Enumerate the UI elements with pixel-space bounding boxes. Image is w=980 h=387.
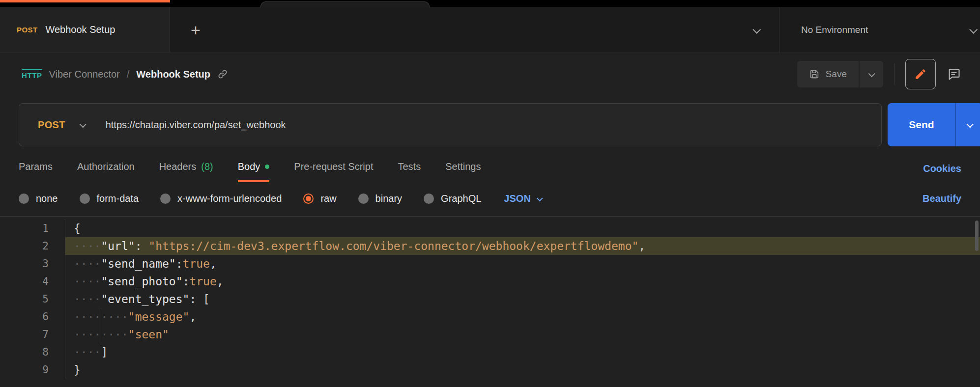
- code-content[interactable]: ····"event_types": [: [65, 290, 980, 308]
- line-number: 5: [0, 290, 49, 308]
- breadcrumb-separator: /: [127, 69, 130, 80]
- request-tabs-row: ParamsAuthorizationHeaders(8)BodyPre-req…: [0, 146, 980, 182]
- radio-icon: [160, 194, 171, 204]
- tab-pre-request-script[interactable]: Pre-request Script: [294, 161, 373, 182]
- language-selector[interactable]: JSON: [504, 193, 541, 204]
- code-content[interactable]: ····"send_name":true,: [65, 255, 980, 273]
- method-chevron-icon: [79, 121, 86, 128]
- line-number: 3: [0, 255, 49, 273]
- tab-settings[interactable]: Settings: [445, 161, 481, 182]
- comment-icon: [947, 67, 961, 81]
- request-body-editor[interactable]: 1{2····"url": "https://cim-dev3.expertfl…: [0, 216, 980, 385]
- breadcrumb-request-name[interactable]: Webhook Setup: [136, 69, 210, 80]
- copy-link-button[interactable]: [217, 69, 228, 80]
- tab-label: Tests: [398, 161, 421, 172]
- divider: [894, 63, 894, 85]
- mode-label: raw: [320, 193, 336, 204]
- tab-body[interactable]: Body: [238, 161, 270, 182]
- tab-label: Body: [238, 161, 260, 172]
- tab-label: Pre-request Script: [294, 161, 373, 172]
- mode-label: form-data: [97, 193, 139, 204]
- new-tab-button[interactable]: +: [191, 22, 201, 38]
- code-line-3[interactable]: 3····"send_name":true,: [0, 255, 980, 273]
- editor-scrollbar-thumb[interactable]: [975, 221, 979, 251]
- send-button[interactable]: Send: [888, 103, 955, 146]
- line-number: 8: [0, 343, 49, 361]
- breadcrumb-collection[interactable]: Viber Connector: [49, 69, 120, 80]
- save-label: Save: [826, 69, 847, 80]
- postman-app-window: POST Webhook Setup + No Environment HTTP…: [0, 0, 980, 387]
- window-top-strip: [0, 0, 980, 7]
- code-line-9[interactable]: 9}: [0, 361, 980, 379]
- method-label: POST: [38, 119, 65, 131]
- tab-label: Settings: [445, 161, 481, 172]
- mode-label: x-www-form-urlencoded: [177, 193, 282, 204]
- indent-guide: [101, 308, 101, 345]
- code-content[interactable]: ····"send_photo":true,: [65, 273, 980, 290]
- tab-overflow-chevron-icon[interactable]: [752, 25, 761, 33]
- line-number: 2: [0, 237, 49, 255]
- line-number: 7: [0, 326, 49, 343]
- code-line-4[interactable]: 4····"send_photo":true,: [0, 273, 980, 290]
- body-mode-none[interactable]: none: [19, 193, 58, 204]
- cookies-link[interactable]: Cookies: [923, 163, 961, 182]
- mode-label: binary: [375, 193, 402, 204]
- code-content[interactable]: ····]: [65, 343, 980, 361]
- pencil-icon: [914, 68, 927, 81]
- url-input[interactable]: [102, 119, 881, 131]
- body-mode-binary[interactable]: binary: [358, 193, 402, 204]
- code-line-7[interactable]: 7········"seen": [0, 326, 980, 343]
- active-tab-accent: [0, 0, 170, 2]
- code-line-5[interactable]: 5····"event_types": [: [0, 290, 980, 308]
- send-options-chevron-icon: [966, 121, 973, 128]
- body-mode-row: noneform-datax-www-form-urlencodedrawbin…: [0, 182, 980, 216]
- line-number: 1: [0, 220, 49, 237]
- window-notch: [260, 1, 430, 7]
- http-protocol-icon: HTTP: [22, 69, 42, 80]
- environment-selector[interactable]: No Environment: [779, 7, 980, 53]
- environment-chevron-icon: [969, 25, 978, 33]
- send-options-button[interactable]: [955, 103, 980, 146]
- tab-params[interactable]: Params: [19, 161, 53, 182]
- body-mode-raw[interactable]: raw: [303, 193, 336, 204]
- code-content[interactable]: }: [65, 361, 980, 379]
- documentation-button[interactable]: [905, 59, 936, 89]
- save-options-button[interactable]: [860, 61, 883, 87]
- code-content[interactable]: ········"message",: [65, 308, 980, 326]
- environment-label: No Environment: [801, 25, 868, 35]
- method-selector[interactable]: POST: [19, 119, 102, 131]
- body-modified-dot-icon: [265, 165, 269, 169]
- line-number: 6: [0, 308, 49, 326]
- request-tab-webhook-setup[interactable]: POST Webhook Setup: [0, 7, 170, 53]
- comments-button[interactable]: [940, 60, 968, 88]
- request-bar: POST Send: [19, 103, 980, 146]
- code-lines: 1{2····"url": "https://cim-dev3.expertfl…: [0, 220, 980, 379]
- code-line-1[interactable]: 1{: [0, 220, 980, 237]
- save-button[interactable]: Save: [797, 61, 859, 87]
- request-tabs: ParamsAuthorizationHeaders(8)BodyPre-req…: [19, 161, 481, 182]
- radio-icon: [19, 194, 29, 204]
- beautify-link[interactable]: Beautify: [922, 193, 961, 204]
- language-label: JSON: [504, 193, 530, 204]
- line-number: 9: [0, 361, 49, 379]
- code-line-6[interactable]: 6········"message",: [0, 308, 980, 326]
- tab-headers[interactable]: Headers(8): [159, 161, 213, 182]
- tab-authorization[interactable]: Authorization: [77, 161, 135, 182]
- save-icon: [809, 69, 820, 80]
- code-content[interactable]: ····"url": "https://cim-dev3.expertflow.…: [65, 237, 980, 255]
- body-mode-form-data[interactable]: form-data: [80, 193, 139, 204]
- tab-tests[interactable]: Tests: [398, 161, 421, 182]
- body-mode-graphql[interactable]: GraphQL: [424, 193, 481, 204]
- breadcrumb: HTTP Viber Connector / Webhook Setup Sav…: [0, 53, 980, 95]
- mode-label: none: [36, 193, 58, 204]
- save-options-chevron-icon: [868, 70, 875, 77]
- link-icon: [217, 69, 228, 80]
- code-line-2[interactable]: 2····"url": "https://cim-dev3.expertflow…: [0, 237, 980, 255]
- code-line-8[interactable]: 8····]: [0, 343, 980, 361]
- code-content[interactable]: {: [65, 220, 980, 237]
- code-content[interactable]: ········"seen": [65, 326, 980, 343]
- url-bar: POST: [19, 103, 882, 146]
- tab-title: Webhook Setup: [45, 24, 115, 35]
- body-mode-options: noneform-datax-www-form-urlencodedrawbin…: [19, 193, 481, 204]
- body-mode-x-www-form-urlencoded[interactable]: x-www-form-urlencoded: [160, 193, 282, 204]
